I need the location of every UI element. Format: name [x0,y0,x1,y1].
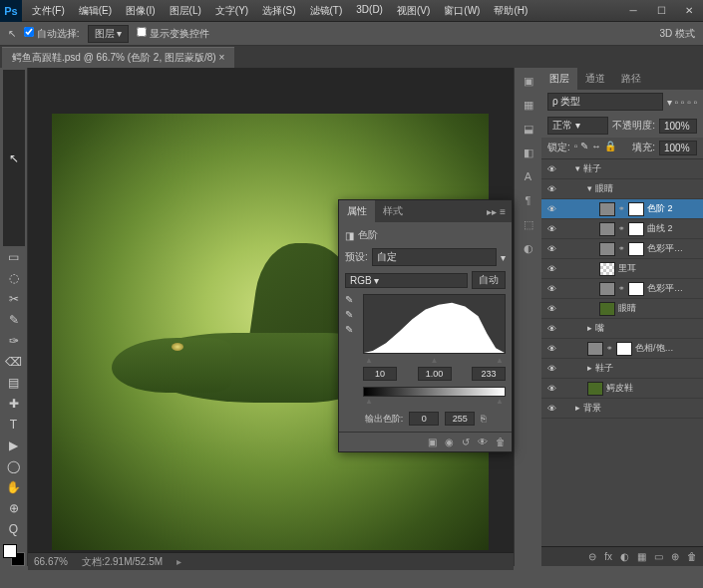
histogram[interactable] [363,294,506,354]
visibility-icon[interactable]: 👁 [545,344,557,354]
character-panel-icon[interactable]: A [520,167,537,185]
fx-icon[interactable]: fx [604,551,612,562]
output-gradient[interactable] [363,387,506,397]
eyedropper-gray-icon[interactable]: ✎ [345,309,359,320]
layer-row[interactable]: 👁鳄皮鞋 [541,379,703,399]
eraser-tool[interactable]: ⌫ [3,352,25,372]
lock-icons[interactable]: ▫ ✎ ↔ 🔒 [574,141,616,155]
visibility-icon[interactable]: 👁 [545,164,557,174]
quickmask-tool[interactable]: Q [3,519,25,539]
reset-icon[interactable]: ↺ [462,437,470,447]
visibility-icon[interactable]: 👁 [545,204,557,214]
color-swatch[interactable] [3,544,25,566]
input-white-field[interactable] [472,367,506,381]
layer-row[interactable]: 👁⚭色相/饱… [541,339,703,359]
layer-row[interactable]: 👁▸ 鞋子 [541,359,703,379]
adjustments-panel-icon[interactable]: ⬓ [520,120,537,138]
layer-row[interactable]: 👁⚭色阶 2 [541,199,703,219]
info-panel-icon[interactable]: ◐ [520,239,537,257]
histogram-panel-icon[interactable]: ⬚ [520,215,537,233]
shape-tool[interactable]: ◯ [3,456,25,476]
tab-paths[interactable]: 路径 [613,68,649,90]
layer-row[interactable]: 👁▾ 眼睛 [541,179,703,199]
menu-layer[interactable]: 图层(L) [164,1,207,21]
channel-dropdown[interactable]: RGB ▾ [345,273,468,288]
adjustment-icon[interactable]: ▦ [637,551,646,562]
new-layer-icon[interactable]: ⊕ [671,551,679,562]
marquee-tool[interactable]: ▭ [3,247,25,267]
visibility-icon[interactable]: 👁 [545,304,557,314]
close-button[interactable]: ✕ [675,0,703,22]
visibility-icon[interactable]: 👁 [545,404,557,414]
styles-panel-icon[interactable]: ◧ [520,144,537,161]
blend-mode-dropdown[interactable]: 正常 ▾ [547,117,608,135]
visibility-icon[interactable]: 👁 [545,284,557,294]
layer-row[interactable]: 👁里耳 [541,259,703,279]
hand-tool[interactable]: ✋ [3,477,25,497]
maximize-button[interactable]: ☐ [647,0,675,22]
visibility-icon[interactable]: 👁 [545,224,557,234]
auto-select-checkbox[interactable]: 自动选择: [24,27,80,41]
layer-row[interactable]: 👁▸ 背景 [541,399,703,419]
paragraph-panel-icon[interactable]: ¶ [520,191,537,209]
visibility-icon[interactable]: 👁 [545,364,557,374]
clip-icon[interactable]: ⎘ [481,414,486,424]
zoom-tool[interactable]: ⊕ [3,498,25,518]
view-previous-icon[interactable]: ◉ [445,437,454,447]
swatches-panel-icon[interactable]: ▦ [520,96,537,114]
menu-window[interactable]: 窗口(W) [438,1,486,21]
clip-to-layer-icon[interactable]: ▣ [428,437,437,447]
layer-row[interactable]: 👁▾ 鞋子 [541,159,703,179]
opacity-field[interactable]: 100% [659,119,697,134]
healing-tool[interactable]: ✚ [3,394,25,414]
show-transform-checkbox[interactable]: 显示变换控件 [137,27,209,41]
menu-view[interactable]: 视图(V) [391,1,436,21]
tab-styles[interactable]: 样式 [375,200,411,222]
minimize-button[interactable]: ─ [619,0,647,22]
tab-layers[interactable]: 图层 [541,68,577,90]
type-tool[interactable]: T [3,415,25,435]
lasso-tool[interactable]: ◌ [3,268,25,288]
eyedropper-white-icon[interactable]: ✎ [345,324,359,335]
tab-channels[interactable]: 通道 [577,68,613,90]
eyedropper-black-icon[interactable]: ✎ [345,294,359,305]
menu-3d[interactable]: 3D(D) [350,1,389,21]
filter-icon[interactable]: ▾ ▫ ▫ ▫ ▫ [667,97,697,108]
crop-tool[interactable]: ✂ [3,289,25,309]
layer-list[interactable]: 👁▾ 鞋子👁▾ 眼睛👁⚭色阶 2👁⚭曲线 2👁⚭色彩平…👁里耳👁⚭色彩平…👁眼睛… [541,159,703,546]
document-tab[interactable]: 鳄鱼高跟鞋.psd @ 66.7% (色阶 2, 图层蒙版/8) × [2,47,234,68]
layer-row[interactable]: 👁⚭曲线 2 [541,219,703,239]
menu-file[interactable]: 文件(F) [26,1,71,21]
input-gamma-field[interactable] [418,367,452,381]
tab-properties[interactable]: 属性 [339,200,375,222]
zoom-level[interactable]: 66.67% [34,556,68,567]
auto-button[interactable]: 自动 [472,271,506,289]
layer-row[interactable]: 👁⚭色彩平… [541,279,703,299]
move-tool[interactable]: ↖ [3,70,25,246]
gradient-tool[interactable]: ▤ [3,373,25,393]
visibility-icon[interactable]: 👁 [545,324,557,334]
mask-icon[interactable]: ◐ [620,551,629,562]
path-tool[interactable]: ▶ [3,436,25,455]
visibility-icon[interactable]: 👁 [545,384,557,394]
menu-image[interactable]: 图像(I) [120,1,161,21]
fill-field[interactable]: 100% [659,141,697,155]
visibility-icon[interactable]: 👁 [545,184,557,194]
layer-row[interactable]: 👁⚭色彩平… [541,239,703,259]
eyedropper-tool[interactable]: ✎ [3,310,25,330]
menu-help[interactable]: 帮助(H) [488,1,533,21]
menu-type[interactable]: 文字(Y) [209,1,254,21]
toggle-visibility-icon[interactable]: 👁 [478,437,488,447]
preset-dropdown[interactable]: 自定 [372,248,497,266]
layer-row[interactable]: 👁▸ 嘴 [541,319,703,339]
brush-tool[interactable]: ✑ [3,331,25,351]
auto-select-dropdown[interactable]: 图层 ▾ [88,25,130,43]
group-icon[interactable]: ▭ [654,551,663,562]
delete-adjustment-icon[interactable]: 🗑 [496,437,506,447]
delete-layer-icon[interactable]: 🗑 [687,551,697,562]
output-black-field[interactable] [409,412,439,426]
layer-filter-dropdown[interactable]: ρ 类型 [547,93,663,111]
preset-menu-icon[interactable]: ▾ [501,252,506,263]
visibility-icon[interactable]: 👁 [545,244,557,254]
panel-collapse-icon[interactable]: ▸▸ ≡ [481,202,512,221]
